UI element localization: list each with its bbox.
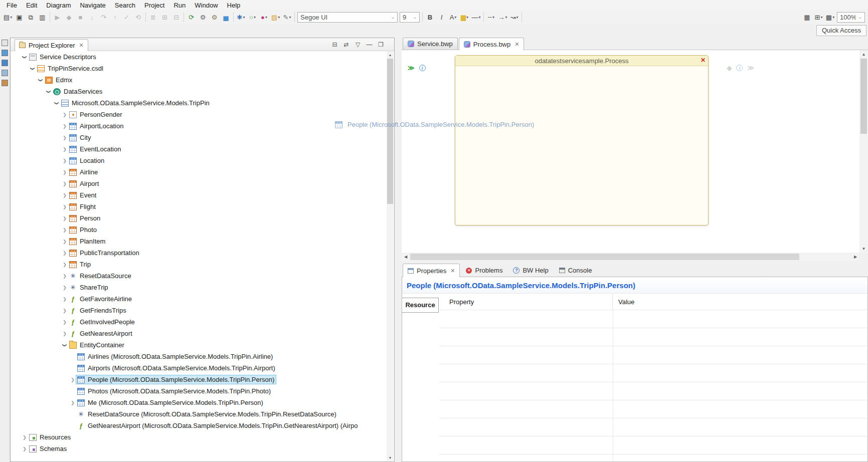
- expand-arrow-icon[interactable]: ❯: [61, 158, 68, 163]
- outline-icon[interactable]: ▩▾: [824, 12, 836, 23]
- expand-arrow-icon[interactable]: ❯: [61, 204, 68, 209]
- chart-icon[interactable]: ▅: [220, 12, 232, 23]
- grid-icon[interactable]: ▦: [801, 12, 813, 23]
- expand-arrow-icon[interactable]: ❯: [61, 147, 68, 152]
- table-row[interactable]: [439, 418, 867, 436]
- tree-item-photo[interactable]: ❯Photo: [11, 224, 387, 236]
- new-folder-icon[interactable]: ▨▾: [270, 12, 281, 23]
- collapse-arrow-icon[interactable]: ❯: [30, 65, 35, 72]
- engine-icon[interactable]: ⚙: [197, 12, 209, 23]
- close-tab-icon[interactable]: ✕: [450, 268, 455, 274]
- new-resource-icon[interactable]: ○▾: [247, 12, 258, 23]
- tree-item-getnearestairport-microsoft-odata-sampleservice-[interactable]: GetNearestAirport (Microsoft.OData.Sampl…: [11, 420, 387, 431]
- expand-arrow-icon[interactable]: ❯: [21, 446, 28, 451]
- table-row[interactable]: [439, 436, 867, 454]
- connector-button[interactable]: ↝▾: [508, 12, 520, 23]
- menu-navigate[interactable]: Navigate: [75, 1, 110, 10]
- step-into-icon[interactable]: ↓: [86, 12, 98, 23]
- expand-arrow-icon[interactable]: ❯: [61, 331, 68, 336]
- tree-item-persongender[interactable]: ❯PersonGender: [11, 109, 387, 120]
- match-size-icon[interactable]: ⊟: [170, 12, 182, 23]
- print-icon[interactable]: ▥: [37, 12, 48, 23]
- table-row[interactable]: [439, 454, 867, 461]
- snap-icon[interactable]: ⊞▾: [813, 12, 824, 23]
- table-row[interactable]: [439, 400, 867, 418]
- expand-arrow-icon[interactable]: ❯: [61, 320, 68, 325]
- run-icon[interactable]: ▶: [52, 12, 63, 23]
- project-explorer-mini-icon[interactable]: [2, 50, 8, 56]
- validate-icon[interactable]: ✓: [121, 12, 132, 23]
- expand-arrow-icon[interactable]: ❯: [61, 251, 68, 256]
- distribute-icon[interactable]: ⊞: [159, 12, 170, 23]
- expand-arrow-icon[interactable]: ❯: [61, 239, 68, 244]
- tree-item-people-microsoft-odata-sampleservice-models-trip[interactable]: ❯People (Microsoft.OData.SampleService.M…: [11, 374, 387, 385]
- palette-mini-icon[interactable]: [2, 80, 8, 86]
- expand-arrow-icon[interactable]: ❯: [61, 262, 68, 267]
- scroll-up-icon[interactable]: ▲: [859, 50, 868, 58]
- line-color-button[interactable]: —▾: [470, 12, 482, 23]
- menu-diagram[interactable]: Diagram: [42, 1, 75, 10]
- scroll-down-icon[interactable]: ▼: [859, 245, 868, 253]
- expand-arrow-icon[interactable]: ❯: [61, 274, 68, 279]
- line-style-button[interactable]: ╌▾: [485, 12, 497, 23]
- tree-item-dataservices[interactable]: ❯DataServices: [11, 86, 387, 97]
- tree-item-getinvolvedpeople[interactable]: ❯GetInvolvedPeople: [11, 316, 387, 328]
- new-process-icon[interactable]: ✱▾: [235, 12, 247, 23]
- bold-button[interactable]: B: [424, 12, 436, 23]
- canvas-horizontal-scrollbar[interactable]: ◀ ▶: [402, 253, 859, 261]
- view-tab-console[interactable]: Console: [555, 264, 597, 277]
- new-record-icon[interactable]: ●▾: [258, 12, 270, 23]
- view-menu-icon[interactable]: ▽: [353, 40, 363, 50]
- menu-run[interactable]: Run: [169, 1, 190, 10]
- expand-arrow-icon[interactable]: ❯: [61, 135, 68, 140]
- expand-arrow-icon[interactable]: ❯: [61, 285, 68, 290]
- resource-tab[interactable]: Resource: [402, 298, 439, 313]
- tree-item-photos-microsoft-odata-sampleservice-models-trip[interactable]: Photos (Microsoft.OData.SampleService.Mo…: [11, 385, 387, 397]
- project-explorer-tab[interactable]: Project Explorer ✕: [15, 39, 88, 51]
- tree-item-city[interactable]: ❯City: [11, 132, 387, 143]
- font-size-select[interactable]: 9⌄: [400, 12, 420, 23]
- tree-item-airports-microsoft-odata-sampleservice-models-tr[interactable]: Airports (Microsoft.OData.SampleService.…: [11, 362, 387, 374]
- tree-item-edmx[interactable]: ❯Edmx: [11, 74, 387, 86]
- tree-item-airline[interactable]: ❯Airline: [11, 166, 387, 178]
- link-with-editor-icon[interactable]: ⇄: [341, 40, 352, 50]
- table-row[interactable]: [439, 310, 867, 328]
- tree-item-entitycontainer[interactable]: ❯EntityContainer: [11, 339, 387, 351]
- italic-button[interactable]: I: [436, 12, 447, 23]
- expand-arrow-icon[interactable]: ❯: [61, 170, 68, 175]
- expand-arrow-icon[interactable]: ❯: [61, 193, 68, 198]
- process-canvas[interactable]: ≫i ◈i≫ odatatestservicesample.Process ✕: [402, 50, 859, 253]
- arrow-style-button[interactable]: →▾: [497, 12, 508, 23]
- menu-window[interactable]: Window: [190, 1, 222, 10]
- info-icon[interactable]: i: [419, 65, 426, 71]
- quick-access[interactable]: Quick Access: [816, 25, 866, 36]
- table-row[interactable]: [439, 328, 867, 346]
- save-icon[interactable]: ▣: [14, 12, 25, 23]
- tree-item-schemas[interactable]: ❯Schemas: [11, 443, 387, 454]
- scroll-up-icon[interactable]: ▲: [387, 51, 394, 58]
- tree-item-airport[interactable]: ❯Airport: [11, 178, 387, 189]
- expand-arrow-icon[interactable]: ❯: [69, 377, 76, 382]
- refresh-icon[interactable]: ⟲: [132, 12, 144, 23]
- collapse-arrow-icon[interactable]: ❯: [62, 342, 67, 349]
- close-process-icon[interactable]: ✕: [701, 57, 706, 64]
- project-explorer-scrollbar[interactable]: ▲ ▼: [387, 51, 394, 461]
- menu-search[interactable]: Search: [110, 1, 140, 10]
- tree-item-microsoft-odata-sampleservice-models-trippin[interactable]: ❯Microsoft.OData.SampleService.Models.Tr…: [11, 97, 387, 109]
- scrollbar-thumb[interactable]: [410, 254, 799, 260]
- outline-mini-icon[interactable]: [2, 70, 8, 76]
- tree-item-publictransportation[interactable]: ❯PublicTransportation: [11, 247, 387, 259]
- tree-item-flight[interactable]: ❯Flight: [11, 201, 387, 212]
- minimize-icon[interactable]: —: [364, 40, 375, 50]
- tree-item-getnearestairport[interactable]: ❯GetNearestAirport: [11, 328, 387, 339]
- tree-item-airlines-microsoft-odata-sampleservice-models-tr[interactable]: Airlines (Microsoft.OData.SampleService.…: [11, 351, 387, 362]
- tree-item-trip[interactable]: ❯Trip: [11, 259, 387, 270]
- menu-file[interactable]: File: [2, 1, 22, 10]
- scrollbar-thumb[interactable]: [387, 59, 393, 204]
- tree-item-getfavoriteairline[interactable]: ❯GetFavoriteAirline: [11, 293, 387, 305]
- table-row[interactable]: [439, 364, 867, 382]
- restore-trim-icon[interactable]: [2, 40, 8, 46]
- close-project-explorer-icon[interactable]: ✕: [79, 42, 83, 49]
- navigator-mini-icon[interactable]: [2, 60, 8, 66]
- menu-edit[interactable]: Edit: [22, 1, 42, 10]
